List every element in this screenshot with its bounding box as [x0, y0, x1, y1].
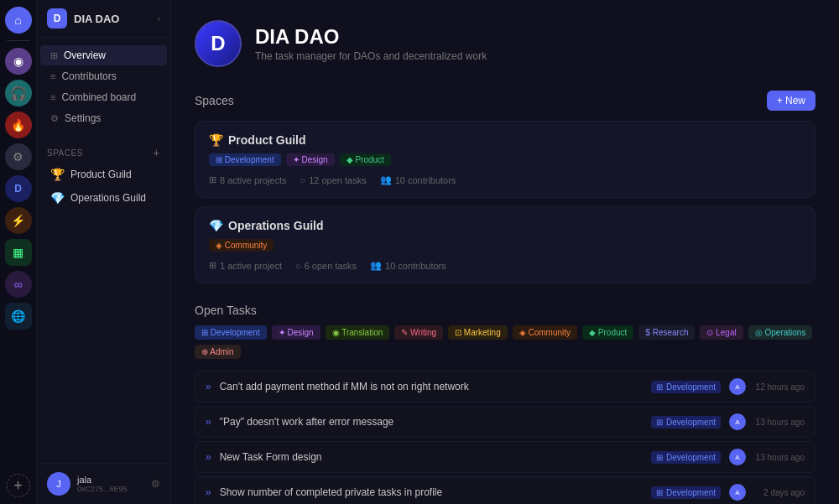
filter-research[interactable]: $ Research — [638, 325, 695, 340]
lightning-icon[interactable]: ⚡ — [5, 207, 32, 234]
task-filters: ⊞ Development ✦ Design ◉ Translation ✎ W… — [195, 325, 816, 359]
filter-design[interactable]: ✦ Design — [272, 325, 320, 340]
task-meta: ⊞ Development A 13 hours ago — [651, 449, 805, 465]
task-expand-icon: » — [206, 381, 211, 392]
stat-active-projects: ⊞ 8 active projects — [209, 174, 286, 185]
user-settings-icon[interactable]: ⚙ — [151, 478, 160, 490]
sidebar-item-operations-guild[interactable]: 💎 Operations Guild — [40, 187, 167, 209]
sidebar-item-overview[interactable]: ⊞ Overview — [40, 45, 167, 65]
product-guild-icon: 🏆 — [50, 168, 65, 181]
user-footer: J jala 0xC275...6E95 ⚙ — [37, 463, 170, 504]
product-guild-emoji: 🏆 — [209, 133, 223, 147]
tag-design[interactable]: ✦ Design — [286, 153, 335, 166]
earth-icon[interactable]: 🌐 — [5, 303, 32, 330]
icon-bar: ⌂ ◉ 🎧 🔥 ⚙ D ⚡ ▦ ∞ 🌐 + — [0, 0, 37, 504]
operations-guild-stats: ⊞ 1 active project ○ 6 open tasks 👥 10 c… — [209, 260, 801, 271]
add-space-button[interactable]: + — [153, 146, 160, 159]
task-time: 13 hours ago — [754, 453, 805, 462]
sidebar-item-combined-board[interactable]: ≡ Combined board — [40, 87, 167, 107]
filter-operations[interactable]: ◎ Operations — [748, 325, 813, 340]
main-content: D DIA DAO The task manager for DAOs and … — [171, 0, 839, 504]
spaces-section-header: SPACES + — [37, 136, 170, 163]
product-guild-tags: ⊞ Development ✦ Design ◆ Product — [209, 153, 801, 166]
headphones-icon[interactable]: 🎧 — [5, 80, 32, 107]
task-row[interactable]: » New Task Form design ⊞ Development A 1… — [195, 441, 816, 473]
task-row[interactable]: » "Pay" doesn't work after error message… — [195, 406, 816, 438]
grid-icon[interactable]: ▦ — [5, 239, 32, 266]
filter-community[interactable]: ◈ Community — [513, 325, 577, 340]
task-time: 12 hours ago — [754, 382, 805, 392]
dia-icon[interactable]: D — [5, 175, 32, 202]
planet-icon[interactable]: ◉ — [5, 48, 32, 75]
settings-icon: ⚙ — [50, 113, 59, 124]
stat-open-tasks-ops: ○ 6 open tasks — [295, 260, 357, 271]
collapse-icon[interactable]: ‹ — [158, 14, 160, 23]
task-row[interactable]: » Can't add payment method if MM is not … — [195, 371, 816, 403]
task-time: 2 days ago — [754, 488, 805, 497]
operations-guild-name: Operations Guild — [228, 219, 324, 232]
contributors-ops-value: 10 contributors — [385, 261, 446, 271]
open-tasks-ops-icon: ○ — [295, 261, 301, 271]
contributors-value: 10 contributors — [395, 175, 456, 185]
task-label: ⊞ Development — [651, 416, 721, 429]
workspace-name: DIA DAO — [74, 13, 151, 25]
sidebar-item-overview-label: Overview — [64, 49, 106, 61]
divider — [7, 40, 30, 41]
task-label-text: Development — [666, 488, 716, 497]
product-guild-card-title: 🏆 Product Guild — [209, 133, 801, 147]
filter-legal[interactable]: ⊙ Legal — [700, 325, 743, 340]
open-tasks-value: 12 open tasks — [309, 175, 367, 185]
filter-writing[interactable]: ✎ Writing — [394, 325, 443, 340]
sidebar-item-settings[interactable]: ⚙ Settings — [40, 108, 167, 128]
active-projects-icon: ⊞ — [209, 174, 216, 185]
active-projects-ops-icon: ⊞ — [209, 260, 216, 271]
task-row[interactable]: » Show number of completed private tasks… — [195, 476, 816, 504]
new-space-button[interactable]: + New — [767, 91, 816, 111]
task-assignee-avatar: A — [729, 484, 746, 501]
tag-development[interactable]: ⊞ Development — [209, 153, 281, 166]
overview-icon: ⊞ — [50, 50, 58, 61]
sidebar-item-contributors[interactable]: ≡ Contributors — [40, 66, 167, 86]
add-workspace-button[interactable]: + — [7, 474, 30, 497]
operations-guild-label: Operations Guild — [70, 192, 146, 204]
home-icon[interactable]: ⌂ — [5, 7, 32, 34]
task-name: New Task Form design — [220, 451, 643, 463]
task-assignee-avatar: A — [729, 413, 746, 430]
chain-icon[interactable]: ∞ — [5, 271, 32, 298]
open-tasks-title: Open Tasks — [195, 304, 816, 317]
workspace-logo: D — [47, 8, 67, 29]
spaces-section-header-bar: Spaces + New — [195, 91, 816, 111]
combined-board-icon: ≡ — [50, 92, 55, 102]
sidebar-item-product-guild[interactable]: 🏆 Product Guild — [40, 164, 167, 185]
task-name: Show number of completed private tasks i… — [220, 486, 643, 498]
task-label-icon: ⊞ — [656, 453, 663, 462]
task-expand-icon: » — [206, 486, 211, 498]
robot-icon[interactable]: ⚙ — [5, 143, 32, 170]
tag-product[interactable]: ◆ Product — [340, 153, 391, 166]
task-assignee-avatar: A — [729, 449, 746, 465]
spaces-label: SPACES — [47, 148, 83, 158]
product-guild-card[interactable]: 🏆 Product Guild ⊞ Development ✦ Design ◆… — [195, 121, 816, 198]
active-projects-value: 8 active projects — [220, 175, 286, 185]
product-guild-name: Product Guild — [228, 133, 306, 147]
tag-community[interactable]: ◈ Community — [209, 239, 274, 252]
filter-development[interactable]: ⊞ Development — [195, 325, 267, 340]
filter-product[interactable]: ◆ Product — [582, 325, 633, 340]
product-guild-label: Product Guild — [70, 169, 132, 180]
workspace-header[interactable]: D DIA DAO ‹ — [37, 0, 170, 38]
operations-guild-card[interactable]: 💎 Operations Guild ◈ Community ⊞ 1 activ… — [195, 206, 816, 283]
filter-translation[interactable]: ◉ Translation — [326, 325, 390, 340]
operations-guild-tags: ◈ Community — [209, 239, 801, 252]
active-projects-ops-value: 1 active project — [220, 261, 282, 271]
spaces-section: Spaces + New 🏆 Product Guild ⊞ Developme… — [195, 91, 816, 283]
task-label-icon: ⊞ — [656, 382, 663, 392]
task-label-text: Development — [666, 418, 716, 427]
contributors-ops-icon: 👥 — [370, 260, 382, 271]
flame-icon[interactable]: 🔥 — [5, 112, 32, 138]
sidebar-item-contributors-label: Contributors — [61, 70, 116, 82]
filter-admin[interactable]: ⊕ Admin — [195, 345, 241, 359]
filter-marketing[interactable]: ⊡ Marketing — [448, 325, 508, 340]
app-title: DIA DAO — [255, 25, 487, 49]
task-label-text: Development — [666, 382, 716, 392]
sidebar-item-combined-board-label: Combined board — [61, 91, 136, 103]
